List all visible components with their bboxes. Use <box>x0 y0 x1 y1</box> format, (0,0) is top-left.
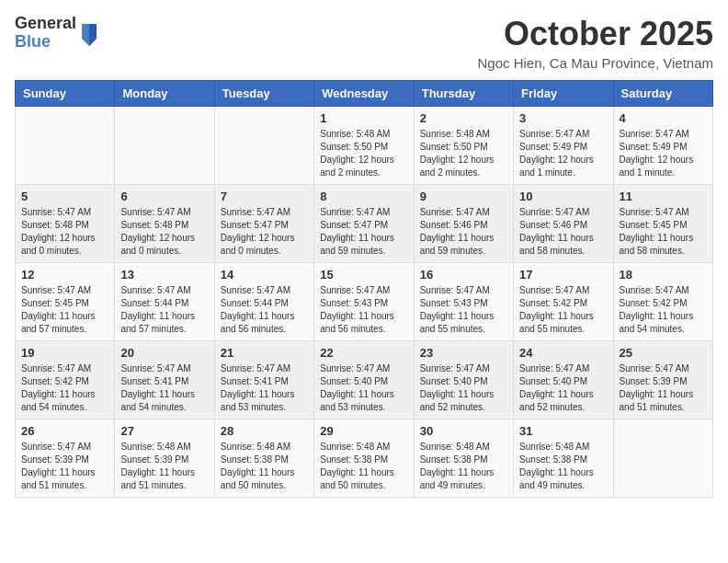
cell-info: Sunrise: 5:47 AM Sunset: 5:39 PM Dayligh… <box>620 362 707 414</box>
cell-info: Sunrise: 5:47 AM Sunset: 5:40 PM Dayligh… <box>519 362 607 414</box>
cell-info: Sunrise: 5:47 AM Sunset: 5:45 PM Dayligh… <box>620 206 707 258</box>
calendar-cell: 28Sunrise: 5:48 AM Sunset: 5:38 PM Dayli… <box>214 419 313 498</box>
title-area: October 2025 Ngoc Hien, Ca Mau Province,… <box>477 15 713 71</box>
cell-info: Sunrise: 5:47 AM Sunset: 5:48 PM Dayligh… <box>120 206 208 258</box>
cell-info: Sunrise: 5:47 AM Sunset: 5:40 PM Dayligh… <box>420 362 507 414</box>
calendar-cell: 24Sunrise: 5:47 AM Sunset: 5:40 PM Dayli… <box>514 341 613 419</box>
page-header: General Blue October 2025 Ngoc Hien, Ca … <box>15 15 713 71</box>
calendar-cell: 4Sunrise: 5:47 AM Sunset: 5:49 PM Daylig… <box>613 107 712 185</box>
calendar-week-row: 19Sunrise: 5:47 AM Sunset: 5:42 PM Dayli… <box>16 341 713 419</box>
cell-info: Sunrise: 5:47 AM Sunset: 5:47 PM Dayligh… <box>320 206 407 258</box>
cell-info: Sunrise: 5:47 AM Sunset: 5:42 PM Dayligh… <box>21 362 108 414</box>
calendar-cell: 23Sunrise: 5:47 AM Sunset: 5:40 PM Dayli… <box>414 341 513 419</box>
calendar-cell <box>16 107 115 185</box>
cell-info: Sunrise: 5:47 AM Sunset: 5:47 PM Dayligh… <box>221 206 308 258</box>
calendar-cell: 29Sunrise: 5:48 AM Sunset: 5:38 PM Dayli… <box>314 419 414 498</box>
day-number: 5 <box>21 190 108 203</box>
calendar-cell: 19Sunrise: 5:47 AM Sunset: 5:42 PM Dayli… <box>16 341 115 419</box>
weekday-header: Tuesday <box>214 81 313 107</box>
cell-info: Sunrise: 5:47 AM Sunset: 5:42 PM Dayligh… <box>519 284 607 336</box>
calendar-cell <box>214 107 313 185</box>
cell-info: Sunrise: 5:47 AM Sunset: 5:39 PM Dayligh… <box>21 441 108 492</box>
calendar-cell: 10Sunrise: 5:47 AM Sunset: 5:46 PM Dayli… <box>514 185 613 263</box>
cell-info: Sunrise: 5:47 AM Sunset: 5:46 PM Dayligh… <box>420 206 507 258</box>
weekday-header: Monday <box>115 81 214 107</box>
calendar-cell: 11Sunrise: 5:47 AM Sunset: 5:45 PM Dayli… <box>613 185 712 263</box>
calendar-cell: 26Sunrise: 5:47 AM Sunset: 5:39 PM Dayli… <box>16 419 115 498</box>
weekday-header: Thursday <box>414 81 513 107</box>
logo-blue-text: Blue <box>15 33 76 52</box>
cell-info: Sunrise: 5:47 AM Sunset: 5:49 PM Dayligh… <box>620 128 707 179</box>
cell-info: Sunrise: 5:48 AM Sunset: 5:39 PM Dayligh… <box>120 441 208 492</box>
day-number: 18 <box>620 268 707 282</box>
day-number: 25 <box>620 346 707 360</box>
logo-icon <box>78 20 100 46</box>
cell-info: Sunrise: 5:47 AM Sunset: 5:41 PM Dayligh… <box>221 362 308 414</box>
calendar-table: SundayMondayTuesdayWednesdayThursdayFrid… <box>15 80 713 498</box>
day-number: 7 <box>221 190 308 203</box>
cell-info: Sunrise: 5:48 AM Sunset: 5:50 PM Dayligh… <box>420 128 507 179</box>
day-number: 14 <box>221 268 308 282</box>
day-number: 22 <box>320 346 407 360</box>
calendar-week-row: 1Sunrise: 5:48 AM Sunset: 5:50 PM Daylig… <box>16 107 713 185</box>
calendar-cell: 30Sunrise: 5:48 AM Sunset: 5:38 PM Dayli… <box>414 419 513 498</box>
cell-info: Sunrise: 5:48 AM Sunset: 5:38 PM Dayligh… <box>420 441 507 492</box>
calendar-cell: 1Sunrise: 5:48 AM Sunset: 5:50 PM Daylig… <box>314 107 414 185</box>
day-number: 27 <box>120 424 208 438</box>
calendar-header-row: SundayMondayTuesdayWednesdayThursdayFrid… <box>16 81 713 107</box>
day-number: 29 <box>320 424 407 438</box>
calendar-cell: 13Sunrise: 5:47 AM Sunset: 5:44 PM Dayli… <box>115 263 214 341</box>
day-number: 4 <box>620 111 707 125</box>
day-number: 23 <box>420 346 507 360</box>
cell-info: Sunrise: 5:47 AM Sunset: 5:44 PM Dayligh… <box>120 284 208 336</box>
calendar-cell: 14Sunrise: 5:47 AM Sunset: 5:44 PM Dayli… <box>214 263 313 341</box>
day-number: 3 <box>519 111 607 125</box>
svg-marker-1 <box>89 24 97 46</box>
day-number: 15 <box>320 268 407 282</box>
cell-info: Sunrise: 5:47 AM Sunset: 5:40 PM Dayligh… <box>320 362 407 414</box>
month-title: October 2025 <box>477 15 713 53</box>
day-number: 6 <box>120 190 208 203</box>
day-number: 24 <box>519 346 607 360</box>
cell-info: Sunrise: 5:47 AM Sunset: 5:43 PM Dayligh… <box>420 284 507 336</box>
cell-info: Sunrise: 5:48 AM Sunset: 5:50 PM Dayligh… <box>320 128 407 179</box>
day-number: 21 <box>221 346 308 360</box>
cell-info: Sunrise: 5:48 AM Sunset: 5:38 PM Dayligh… <box>519 441 607 492</box>
calendar-cell: 31Sunrise: 5:48 AM Sunset: 5:38 PM Dayli… <box>514 419 613 498</box>
calendar-cell: 7Sunrise: 5:47 AM Sunset: 5:47 PM Daylig… <box>214 185 313 263</box>
calendar-cell: 12Sunrise: 5:47 AM Sunset: 5:45 PM Dayli… <box>16 263 115 341</box>
calendar-cell: 15Sunrise: 5:47 AM Sunset: 5:43 PM Dayli… <box>314 263 414 341</box>
day-number: 2 <box>420 111 507 125</box>
calendar-cell: 6Sunrise: 5:47 AM Sunset: 5:48 PM Daylig… <box>115 185 214 263</box>
calendar-cell <box>115 107 214 185</box>
day-number: 20 <box>120 346 208 360</box>
calendar-cell <box>613 419 712 498</box>
weekday-header: Friday <box>514 81 613 107</box>
calendar-cell: 8Sunrise: 5:47 AM Sunset: 5:47 PM Daylig… <box>314 185 414 263</box>
calendar-cell: 16Sunrise: 5:47 AM Sunset: 5:43 PM Dayli… <box>414 263 513 341</box>
calendar-cell: 22Sunrise: 5:47 AM Sunset: 5:40 PM Dayli… <box>314 341 414 419</box>
day-number: 16 <box>420 268 507 282</box>
day-number: 26 <box>21 424 108 438</box>
cell-info: Sunrise: 5:47 AM Sunset: 5:45 PM Dayligh… <box>21 284 108 336</box>
calendar-cell: 27Sunrise: 5:48 AM Sunset: 5:39 PM Dayli… <box>115 419 214 498</box>
day-number: 30 <box>420 424 507 438</box>
day-number: 1 <box>320 111 407 125</box>
calendar-cell: 18Sunrise: 5:47 AM Sunset: 5:42 PM Dayli… <box>613 263 712 341</box>
logo: General Blue <box>15 15 100 52</box>
day-number: 12 <box>21 268 108 282</box>
day-number: 11 <box>620 190 707 203</box>
day-number: 8 <box>320 190 407 203</box>
calendar-cell: 3Sunrise: 5:47 AM Sunset: 5:49 PM Daylig… <box>514 107 613 185</box>
day-number: 17 <box>519 268 607 282</box>
logo-general-text: General <box>15 15 76 33</box>
cell-info: Sunrise: 5:48 AM Sunset: 5:38 PM Dayligh… <box>221 441 308 492</box>
cell-info: Sunrise: 5:47 AM Sunset: 5:42 PM Dayligh… <box>620 284 707 336</box>
calendar-week-row: 26Sunrise: 5:47 AM Sunset: 5:39 PM Dayli… <box>16 419 713 498</box>
calendar-week-row: 12Sunrise: 5:47 AM Sunset: 5:45 PM Dayli… <box>16 263 713 341</box>
cell-info: Sunrise: 5:47 AM Sunset: 5:49 PM Dayligh… <box>519 128 607 179</box>
day-number: 31 <box>519 424 607 438</box>
cell-info: Sunrise: 5:47 AM Sunset: 5:41 PM Dayligh… <box>120 362 208 414</box>
weekday-header: Sunday <box>16 81 115 107</box>
day-number: 9 <box>420 190 507 203</box>
